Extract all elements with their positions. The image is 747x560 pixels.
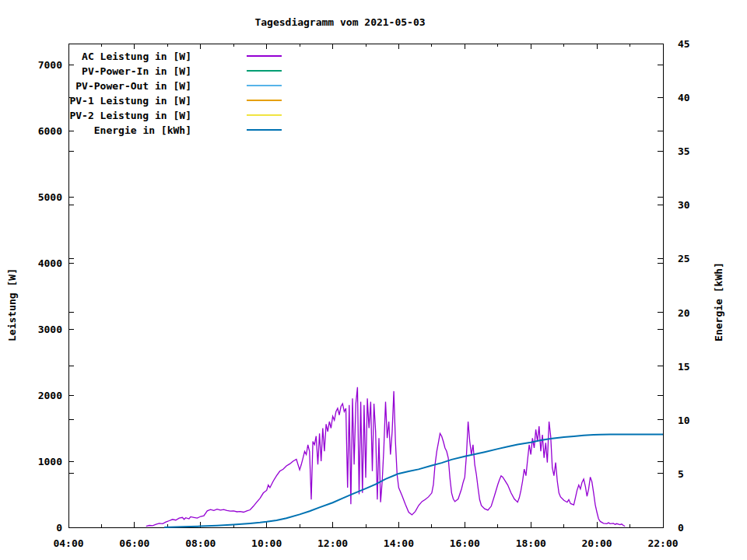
x-tick-label: 16:00 (450, 537, 480, 549)
y2-tick-label: 0 (678, 522, 684, 534)
y1-tick-label: 4000 (0, 257, 62, 269)
x-tick-label: 20:00 (582, 537, 612, 549)
y2-tick-label: 25 (678, 253, 690, 264)
y2-tick-label: 20 (678, 307, 690, 319)
y2-tick-label: 15 (678, 361, 690, 373)
y2-tick-label: 35 (678, 145, 690, 157)
legend-label: PV-Power-Out in [W] (0, 80, 191, 92)
y2-tick-label: 40 (678, 92, 690, 103)
x-tick-label: 18:00 (516, 537, 546, 549)
legend-label: PV-2 Leistung in [W] (0, 110, 191, 121)
y1-tick-label: 0 (0, 522, 62, 534)
y1-tick-label: 3000 (0, 324, 62, 335)
y-axis-label-right: Energie [kWh] (713, 262, 724, 341)
y1-tick-label: 5000 (0, 191, 62, 203)
y2-tick-label: 5 (678, 468, 684, 480)
x-tick-label: 12:00 (317, 537, 348, 549)
x-tick-label: 10:00 (251, 537, 282, 549)
x-tick-label: 06:00 (119, 537, 149, 549)
x-tick-label: 14:00 (384, 537, 414, 549)
x-tick-label: 08:00 (185, 537, 216, 549)
legend-label: PV-Power-In in [W] (0, 65, 191, 77)
legend-label: Energie in [kWh] (0, 124, 191, 136)
series-line-ac (146, 387, 626, 527)
chart-title: Tagesdiagramm vom 2021-05-03 (0, 16, 680, 28)
x-tick-label: 22:00 (647, 537, 678, 549)
y2-tick-label: 30 (678, 199, 690, 211)
legend-label: PV-1 Leistung in [W] (0, 95, 191, 107)
y1-tick-label: 1000 (0, 456, 62, 467)
y2-tick-label: 45 (678, 38, 690, 50)
y2-tick-label: 10 (678, 415, 690, 426)
legend-label: AC Leistung in [W] (0, 51, 191, 62)
x-tick-label: 04:00 (53, 537, 83, 549)
y1-tick-label: 2000 (0, 390, 62, 401)
chart-canvas: Tagesdiagramm vom 2021-05-03 Leistung [W… (0, 0, 747, 560)
